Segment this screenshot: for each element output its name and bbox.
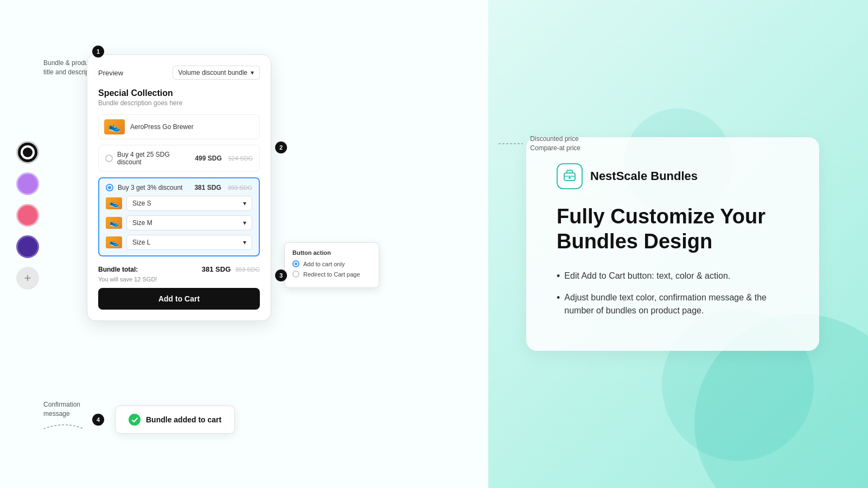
add-color-button[interactable]: + (16, 267, 39, 290)
bundle-type-select[interactable]: Volume discount bundle ▾ (173, 66, 260, 80)
confirmation-message: Bundle added to cart (115, 406, 235, 434)
bundle-total-label: Bundle total: (98, 264, 138, 274)
size-shoe-1: 👟 (106, 197, 122, 209)
feature-list: Edit Add to Cart button: text, color & a… (557, 269, 789, 317)
size-shoe-2: 👟 (106, 217, 122, 229)
annotation-badge-2-wrapper: 2 (275, 142, 287, 153)
radio-option-1[interactable] (105, 155, 113, 162)
size-label-2: Size M (132, 219, 152, 227)
popup-radio-1[interactable] (292, 260, 299, 267)
popup-radio-2[interactable] (292, 271, 299, 278)
popup-option-2[interactable]: Redirect to Cart page (292, 271, 371, 278)
right-section: NestScale Bundles Fully Customize Your B… (477, 0, 868, 488)
badge-2: 2 (275, 142, 287, 153)
bundle-type-text: Volume discount bundle (178, 69, 247, 76)
price-original-2: 393 SDG (228, 184, 252, 191)
popup-title: Button action (292, 249, 371, 256)
preview-area: 1 Preview Volume discount bundle ▾ Speci… (87, 54, 445, 321)
annotation-2-label: Discounted priceCompare-at price (530, 134, 580, 153)
heading-line1: Fully Customize Your (557, 205, 765, 228)
add-to-cart-button[interactable]: Add to Cart (98, 288, 260, 310)
price-original-1: 524 SDG (228, 155, 253, 162)
bundle-desc: Bundle description goes here (98, 99, 260, 107)
chevron-down-icon-s: ▾ (243, 200, 246, 207)
annotation-2-line (499, 138, 526, 149)
size-dropdown-1[interactable]: Size S ▾ (126, 196, 252, 211)
bundle-total-prices: 381 SDG 393 SDG (202, 264, 260, 274)
annotation-4-line (43, 421, 87, 437)
badge-4: 4 (92, 414, 104, 426)
color-swatch-black[interactable] (16, 141, 39, 164)
radio-option-2[interactable] (106, 184, 113, 191)
size-dropdown-3[interactable]: Size L ▾ (126, 235, 252, 250)
size-label-3: Size L (132, 239, 150, 246)
confirmation-text: Bundle added to cart (146, 415, 221, 424)
bundle-total-price: 381 SDG (202, 265, 231, 273)
annotation-badge-3-wrapper: 3 (275, 269, 287, 281)
feature-item-2: Adjust bundle text color, confirmation m… (557, 291, 789, 317)
size-row-1: 👟 Size S ▾ (106, 196, 252, 211)
button-action-popup: Button action Add to cart only Redirect … (284, 242, 379, 288)
annotation-2-wrapper: Discounted priceCompare-at price (499, 134, 580, 153)
nestscale-logo-icon (562, 169, 577, 184)
brand-name: NestScale Bundles (590, 169, 698, 183)
bundle-name: Special Collection (98, 88, 260, 98)
bundle-total-row: Bundle total: 381 SDG 393 SDG (98, 264, 260, 274)
size-row-2: 👟 Size M ▾ (106, 215, 252, 230)
popup-option-1[interactable]: Add to cart only (292, 260, 371, 267)
discount-label-1: Buy 4 get 25 SDG discount (117, 151, 190, 166)
size-row-3: 👟 Size L ▾ (106, 235, 252, 250)
color-swatch-pink[interactable] (16, 204, 39, 227)
svg-point-2 (569, 177, 571, 179)
annotation-4-wrapper: Confirmationmessage 4 Bundle added to ca… (43, 400, 235, 439)
brand-logo (557, 163, 583, 189)
color-swatch-purple-dark[interactable] (16, 235, 39, 258)
badge-1: 1 (92, 46, 104, 57)
info-card: NestScale Bundles Fully Customize Your B… (526, 137, 819, 350)
size-label-1: Size S (132, 200, 151, 207)
preview-card: Preview Volume discount bundle ▾ Special… (87, 54, 271, 321)
popup-label-1: Add to cart only (303, 261, 344, 267)
annotation-4-label: Confirmationmessage (43, 400, 87, 439)
size-shoe-3: 👟 (106, 236, 122, 248)
brand-row: NestScale Bundles (557, 163, 789, 189)
feature-text-2: Adjust bundle text color, confirmation m… (564, 291, 789, 317)
price-current-1: 499 SDG (195, 155, 221, 162)
badge-3: 3 (275, 269, 287, 281)
bundle-total-key: Bundle total: (98, 266, 138, 273)
annotation-badge-1: 1 (92, 46, 104, 57)
color-palette: + (16, 141, 39, 290)
save-text: You will save 12 SGD! (98, 276, 260, 282)
preview-header: Preview Volume discount bundle ▾ (98, 66, 260, 80)
info-heading: Fully Customize Your Bundles Design (557, 204, 789, 254)
popup-label-2: Redirect to Cart page (303, 271, 360, 278)
check-circle-icon (129, 414, 141, 426)
bundle-total-original: 393 SDG (235, 266, 260, 273)
feature-text-1: Edit Add to Cart button: text, color & a… (564, 269, 730, 282)
chevron-down-icon: ▾ (251, 69, 254, 76)
discount-option-2[interactable]: Buy 3 get 3% discount 381 SDG 393 SDG 👟 … (98, 177, 260, 256)
price-current-2: 381 SDG (194, 184, 221, 191)
heading-line2: Bundles Design (557, 230, 712, 253)
chevron-down-icon-l: ▾ (243, 239, 246, 246)
product-name: AeroPress Go Brewer (130, 123, 194, 131)
product-item: 👟 AeroPress Go Brewer (98, 114, 260, 139)
discount-option-1[interactable]: Buy 4 get 25 SDG discount 499 SDG 524 SD… (98, 145, 260, 172)
color-swatch-purple-light[interactable] (16, 172, 39, 195)
product-image: 👟 (104, 119, 125, 134)
left-section: + Bundle & producttitle and description … (0, 0, 477, 488)
feature-item-1: Edit Add to Cart button: text, color & a… (557, 269, 789, 284)
discount-label-2: Buy 3 get 3% discount (118, 184, 190, 191)
preview-label: Preview (98, 69, 123, 77)
checkmark-icon (131, 416, 138, 423)
chevron-down-icon-m: ▾ (243, 219, 246, 227)
size-dropdown-2[interactable]: Size M ▾ (126, 215, 252, 230)
